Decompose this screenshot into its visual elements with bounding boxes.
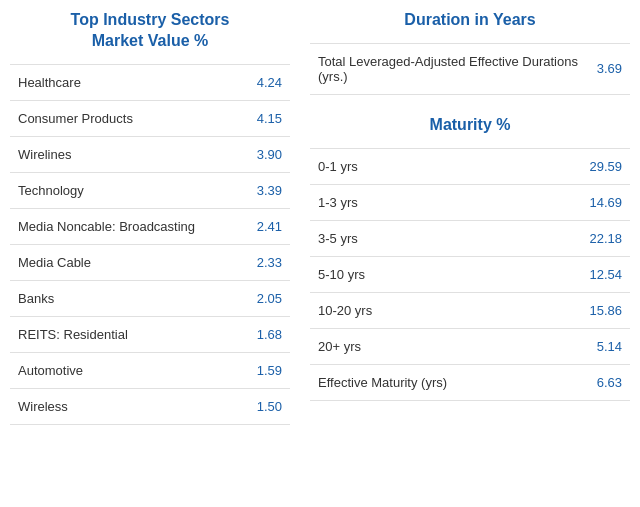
row-value: 4.24 <box>241 64 290 100</box>
row-label: 3-5 yrs <box>310 220 550 256</box>
table-row: Media Cable 2.33 <box>10 244 290 280</box>
row-label: Wireless <box>10 388 241 424</box>
table-row: Automotive 1.59 <box>10 352 290 388</box>
row-label: Media Noncable: Broadcasting <box>10 208 241 244</box>
row-value: 1.50 <box>241 388 290 424</box>
row-value: 3.69 <box>589 43 630 94</box>
row-value: 6.63 <box>550 364 630 400</box>
row-value: 3.39 <box>241 172 290 208</box>
table-row: Consumer Products 4.15 <box>10 100 290 136</box>
row-label: Automotive <box>10 352 241 388</box>
industry-table: Healthcare 4.24 Consumer Products 4.15 W… <box>10 64 290 425</box>
table-row: Media Noncable: Broadcasting 2.41 <box>10 208 290 244</box>
row-label: 0-1 yrs <box>310 148 550 184</box>
row-label: Media Cable <box>10 244 241 280</box>
table-row: 5-10 yrs 12.54 <box>310 256 630 292</box>
row-label: REITS: Residential <box>10 316 241 352</box>
table-row: 10-20 yrs 15.86 <box>310 292 630 328</box>
maturity-table: 0-1 yrs 29.59 1-3 yrs 14.69 3-5 yrs 22.1… <box>310 148 630 401</box>
maturity-section: Maturity % 0-1 yrs 29.59 1-3 yrs 14.69 3… <box>310 115 630 401</box>
main-container: Top Industry Sectors Market Value % Heal… <box>10 10 630 425</box>
table-row: 1-3 yrs 14.69 <box>310 184 630 220</box>
row-value: 2.05 <box>241 280 290 316</box>
row-value: 12.54 <box>550 256 630 292</box>
row-value: 2.33 <box>241 244 290 280</box>
table-row: Effective Maturity (yrs) 6.63 <box>310 364 630 400</box>
row-label: Healthcare <box>10 64 241 100</box>
table-row: 20+ yrs 5.14 <box>310 328 630 364</box>
table-row: 0-1 yrs 29.59 <box>310 148 630 184</box>
maturity-title: Maturity % <box>310 115 630 136</box>
row-value: 1.68 <box>241 316 290 352</box>
row-label: Banks <box>10 280 241 316</box>
table-row: REITS: Residential 1.68 <box>10 316 290 352</box>
row-label: Wirelines <box>10 136 241 172</box>
row-value: 5.14 <box>550 328 630 364</box>
row-label: Technology <box>10 172 241 208</box>
row-value: 1.59 <box>241 352 290 388</box>
row-value: 3.90 <box>241 136 290 172</box>
table-row: Technology 3.39 <box>10 172 290 208</box>
table-row: Banks 2.05 <box>10 280 290 316</box>
duration-table: Total Leveraged-Adjusted Effective Durat… <box>310 43 630 95</box>
duration-section: Duration in Years Total Leveraged-Adjust… <box>310 10 630 95</box>
left-panel: Top Industry Sectors Market Value % Heal… <box>10 10 290 425</box>
row-value: 4.15 <box>241 100 290 136</box>
duration-title: Duration in Years <box>310 10 630 31</box>
table-row: Wirelines 3.90 <box>10 136 290 172</box>
row-label: Effective Maturity (yrs) <box>310 364 550 400</box>
row-label: Total Leveraged-Adjusted Effective Durat… <box>310 43 589 94</box>
row-value: 22.18 <box>550 220 630 256</box>
row-value: 2.41 <box>241 208 290 244</box>
row-value: 14.69 <box>550 184 630 220</box>
row-value: 15.86 <box>550 292 630 328</box>
right-panel: Duration in Years Total Leveraged-Adjust… <box>310 10 630 425</box>
table-row: Wireless 1.50 <box>10 388 290 424</box>
left-panel-title: Top Industry Sectors Market Value % <box>10 10 290 52</box>
row-label: Consumer Products <box>10 100 241 136</box>
row-label: 20+ yrs <box>310 328 550 364</box>
row-label: 5-10 yrs <box>310 256 550 292</box>
row-label: 10-20 yrs <box>310 292 550 328</box>
table-row: 3-5 yrs 22.18 <box>310 220 630 256</box>
row-label: 1-3 yrs <box>310 184 550 220</box>
table-row: Healthcare 4.24 <box>10 64 290 100</box>
table-row: Total Leveraged-Adjusted Effective Durat… <box>310 43 630 94</box>
row-value: 29.59 <box>550 148 630 184</box>
